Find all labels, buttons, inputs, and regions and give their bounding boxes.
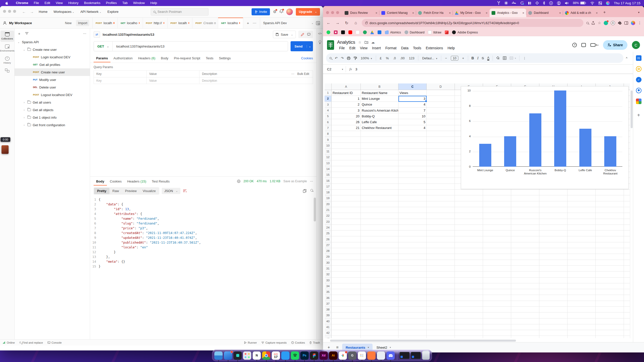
cell-I24[interactable]	[568, 225, 596, 230]
cell-A14[interactable]	[332, 166, 361, 172]
cell-D17[interactable]	[427, 184, 455, 189]
browser-tab[interactable]: Add & edit a ch×	[563, 9, 600, 17]
new-tab-button[interactable]: +	[601, 9, 608, 16]
cell-E28[interactable]	[455, 248, 483, 254]
apple-menu-icon[interactable]	[5, 1, 9, 5]
cell-J32[interactable]	[596, 272, 624, 277]
cell-B6[interactable]: Leffe Cafe	[361, 119, 398, 125]
keep-panel-icon[interactable]	[636, 66, 641, 72]
cell-G39[interactable]	[511, 312, 539, 318]
cell-A31[interactable]	[332, 266, 361, 271]
cell-D13[interactable]	[427, 160, 455, 166]
menubar-item-bookmarks[interactable]: Bookmarks	[81, 0, 103, 6]
cell-C5[interactable]: 10	[398, 113, 427, 119]
cell-H19[interactable]	[539, 195, 568, 201]
cell-F42[interactable]	[483, 330, 511, 336]
cell-C41[interactable]	[398, 324, 427, 330]
cell-H36[interactable]	[539, 295, 568, 300]
cell-E27[interactable]	[455, 242, 483, 248]
upgrade-button[interactable]: Upgrade⌄	[296, 8, 320, 16]
cell-I35[interactable]	[568, 289, 596, 295]
dock-launchpad-icon[interactable]	[243, 351, 251, 360]
cell-G27[interactable]	[511, 242, 539, 248]
cell-B43[interactable]	[361, 336, 398, 338]
cell-A15[interactable]	[332, 172, 361, 177]
strikethrough-button[interactable]: S	[482, 56, 484, 60]
cell-A24[interactable]	[332, 225, 361, 230]
cell-D2[interactable]	[427, 96, 455, 101]
row-header-35[interactable]: 35	[325, 289, 332, 295]
cell-A32[interactable]	[332, 272, 361, 277]
cell-C28[interactable]	[398, 248, 427, 254]
cell-B36[interactable]	[361, 295, 398, 300]
request-tab[interactable]: GETlocalho	[118, 18, 143, 28]
row-header-15[interactable]: 15	[325, 172, 332, 177]
tree-request-item[interactable]: GETGet all profiles	[15, 61, 90, 68]
cell-A27[interactable]	[332, 242, 361, 248]
cell-H24[interactable]	[539, 225, 568, 230]
sheets-menu-help[interactable]: Help	[446, 46, 457, 51]
home-icon[interactable]: ⌂	[353, 21, 359, 25]
cell-H41[interactable]	[539, 324, 568, 330]
cell-G42[interactable]	[511, 330, 539, 336]
chrome-menu-kebab-icon[interactable]: ⋮	[638, 21, 641, 25]
cell-B39[interactable]	[361, 312, 398, 318]
row-header-8[interactable]: 8	[325, 131, 332, 137]
bookmark-tldraw[interactable]: tldraw	[428, 30, 441, 34]
cell-A29[interactable]	[332, 254, 361, 259]
cell-F22[interactable]	[483, 213, 511, 218]
cell-B28[interactable]	[361, 248, 398, 254]
text-color-button[interactable]: A	[487, 56, 490, 60]
cell-H43[interactable]	[539, 336, 568, 338]
cell-C34[interactable]	[398, 283, 427, 289]
cell-B38[interactable]	[361, 307, 398, 312]
cell-C24[interactable]	[398, 225, 427, 230]
cell-D16[interactable]	[427, 178, 455, 183]
cell-I40[interactable]	[568, 319, 596, 324]
menubar-item-tab[interactable]: Tab	[119, 0, 130, 6]
cell-B40[interactable]	[361, 319, 398, 324]
bookmark-gmail[interactable]	[356, 30, 359, 34]
cell-A7[interactable]: 21	[332, 125, 361, 131]
send-button[interactable]: Send⌄	[291, 41, 313, 51]
cell-D36[interactable]	[427, 295, 455, 300]
bookmark-red-block[interactable]	[445, 30, 449, 34]
menubar-item-window[interactable]: Window	[130, 0, 147, 6]
method-selector[interactable]: GET⌄	[94, 41, 113, 51]
response-more-icon[interactable]: ⋯	[310, 179, 313, 183]
cell-H26[interactable]	[539, 236, 568, 242]
name-box[interactable]: C2▾	[323, 67, 346, 71]
bookmark-youtube[interactable]	[348, 30, 352, 34]
cell-G18[interactable]	[511, 190, 539, 195]
bookmark-netflix[interactable]	[341, 30, 345, 34]
back-icon[interactable]: ←	[326, 21, 332, 25]
sheets-menu-extensions[interactable]: Extensions	[424, 46, 445, 51]
cell-H27[interactable]	[539, 242, 568, 248]
cell-J37[interactable]	[596, 301, 624, 306]
cell-E32[interactable]	[455, 272, 483, 277]
borders-icon[interactable]	[503, 56, 506, 60]
cell-J36[interactable]	[596, 295, 624, 300]
nav-forward-icon[interactable]: →	[28, 10, 35, 14]
cell-C13[interactable]	[398, 160, 427, 166]
cell-E34[interactable]	[455, 283, 483, 289]
cell-B7[interactable]: Chekhov Restaurant	[361, 125, 398, 131]
cell-B29[interactable]	[361, 254, 398, 259]
cell-B10[interactable]	[361, 143, 398, 148]
cell-G20[interactable]	[511, 201, 539, 207]
cell-A8[interactable]	[332, 131, 361, 137]
cell-C30[interactable]	[398, 260, 427, 265]
row-header-14[interactable]: 14	[325, 166, 332, 172]
toolbar-search-icon[interactable]	[330, 57, 332, 59]
dock-notion-icon[interactable]: N	[253, 351, 261, 360]
cell-H22[interactable]	[539, 213, 568, 218]
tree-folder[interactable]: ›Get 1 object info	[15, 114, 90, 121]
cell-F21[interactable]	[483, 207, 511, 213]
response-tab-test-results[interactable]: Test Results	[149, 177, 172, 186]
row-header-39[interactable]: 39	[325, 312, 332, 318]
cell-J39[interactable]	[596, 312, 624, 318]
redo-icon[interactable]: ↷	[341, 56, 344, 60]
cell-C4[interactable]: 7	[398, 108, 427, 113]
cell-D8[interactable]	[427, 131, 455, 137]
zoom-page-icon[interactable]	[586, 22, 589, 24]
